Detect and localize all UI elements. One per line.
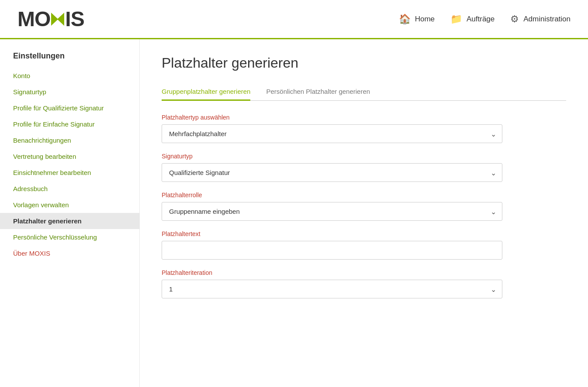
sidebar-item-profile-einfache[interactable]: Profile für Einfache Signatur [13, 116, 139, 132]
platzhalteriteration-select[interactable]: 1 2 3 4 5 [162, 280, 502, 298]
nav-auftraege-label: Aufträge [467, 15, 495, 24]
tab-gruppen[interactable]: Gruppenplatzhalter generieren [162, 83, 250, 101]
nav-administration-label: Administration [523, 15, 571, 24]
top-nav: 🏠 Home 📁 Aufträge ⚙ Administration [399, 14, 571, 25]
tab-bar: Gruppenplatzhalter generieren Persönlich… [162, 83, 566, 101]
logo: MO IS [17, 9, 84, 30]
nav-administration[interactable]: ⚙ Administration [510, 14, 571, 25]
platzhalterrolle-label: Platzhalterrolle [162, 192, 502, 199]
logo-prefix: MO [17, 9, 50, 30]
platzhaltertext-input[interactable] [162, 241, 502, 260]
signaturtyp-select[interactable]: Qualifizierte Signatur Einfache Signatur [162, 163, 502, 182]
sidebar: Einstellungen Konto Signaturtyp Profile … [0, 39, 140, 387]
field-group-platzhalterrolle: Platzhalterrolle Gruppenname eingeben ⌄ [162, 192, 502, 221]
sidebar-item-vertretung[interactable]: Vertretung bearbeiten [13, 148, 139, 164]
nav-home[interactable]: 🏠 Home [399, 14, 435, 25]
nav-home-label: Home [415, 15, 435, 24]
platzhalteriteration-wrapper: 1 2 3 4 5 ⌄ [162, 280, 502, 298]
platzhalterrolle-select[interactable]: Gruppenname eingeben [162, 202, 502, 221]
svg-marker-0 [51, 13, 58, 26]
sidebar-item-platzhalter[interactable]: Platzhalter generieren [0, 213, 139, 229]
platzhaltertyp-label: Platzhaltertyp auswählen [162, 114, 502, 121]
field-group-platzhaltertext: Platzhaltertext [162, 230, 502, 260]
gear-icon: ⚙ [510, 14, 519, 25]
sidebar-heading: Einstellungen [13, 51, 139, 61]
home-icon: 🏠 [399, 14, 411, 25]
sidebar-item-ueber[interactable]: Über MOXIS [13, 245, 139, 261]
header: MO IS 🏠 Home 📁 Aufträge ⚙ Administration [0, 0, 588, 39]
svg-marker-1 [57, 13, 64, 26]
field-group-platzhalteriteration: Platzhalteriteration 1 2 3 4 5 ⌄ [162, 269, 502, 298]
page-layout: Einstellungen Konto Signaturtyp Profile … [0, 39, 588, 387]
nav-auftraege[interactable]: 📁 Aufträge [450, 14, 495, 25]
platzhalterrolle-wrapper: Gruppenname eingeben ⌄ [162, 202, 502, 221]
sidebar-item-verschluesselung[interactable]: Persönliche Verschlüsselung [13, 229, 139, 245]
page-title: Platzhalter generieren [162, 55, 566, 71]
main-content: Platzhalter generieren Gruppenplatzhalte… [140, 39, 588, 387]
sidebar-item-signaturtyp[interactable]: Signaturtyp [13, 84, 139, 100]
logo-arrow-icon [49, 11, 66, 27]
sidebar-item-einsichtnehmer[interactable]: Einsichtnehmer bearbeiten [13, 164, 139, 181]
sidebar-item-konto[interactable]: Konto [13, 68, 139, 84]
form: Platzhaltertyp auswählen Mehrfachplatzha… [162, 114, 502, 298]
folder-icon: 📁 [450, 14, 462, 25]
field-group-platzhaltertyp: Platzhaltertyp auswählen Mehrfachplatzha… [162, 114, 502, 143]
signaturtyp-wrapper: Qualifizierte Signatur Einfache Signatur… [162, 163, 502, 182]
sidebar-item-adressbuch[interactable]: Adressbuch [13, 181, 139, 197]
sidebar-item-benachrichtigungen[interactable]: Benachrichtigungen [13, 132, 139, 148]
platzhaltertext-label: Platzhaltertext [162, 230, 502, 237]
signaturtyp-label: Signaturtyp [162, 153, 502, 160]
sidebar-item-profile-qualifizierte[interactable]: Profile für Qualifizierte Signatur [13, 100, 139, 116]
field-group-signaturtyp: Signaturtyp Qualifizierte Signatur Einfa… [162, 153, 502, 182]
platzhaltertyp-wrapper: Mehrfachplatzhalter Einzelplatzhalter ⌄ [162, 124, 502, 143]
platzhalteriteration-label: Platzhalteriteration [162, 269, 502, 276]
platzhaltertyp-select[interactable]: Mehrfachplatzhalter Einzelplatzhalter [162, 124, 502, 143]
tab-persoenlich[interactable]: Persönlichen Platzhalter generieren [266, 83, 370, 101]
logo-suffix: IS [65, 9, 84, 30]
sidebar-item-vorlagen[interactable]: Vorlagen verwalten [13, 197, 139, 213]
